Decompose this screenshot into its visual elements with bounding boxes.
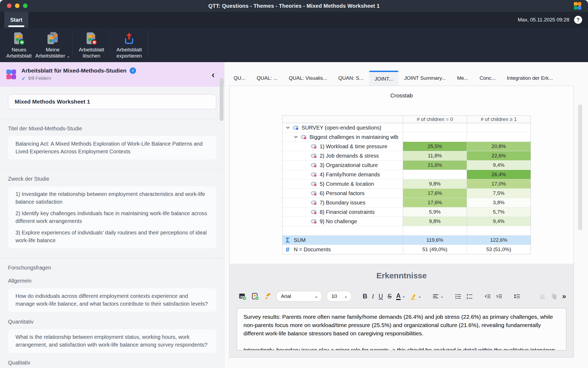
crosstab-cell[interactable]	[467, 123, 531, 132]
crosstab-cell[interactable]	[467, 226, 531, 235]
crosstab-cell[interactable]: 9,8%	[403, 179, 467, 188]
document-tab-integration-der-erk[interactable]: Integration der Erk...	[501, 71, 558, 86]
insights-paragraph: Interestingly, boundary issues play a mi…	[243, 346, 560, 350]
font-size-select[interactable]: 10⌄	[327, 291, 352, 302]
chevron-down-icon[interactable]	[286, 126, 293, 130]
document-tab-conc[interactable]: Conc...	[474, 71, 501, 86]
crosstab-cell[interactable]: 5,9%	[403, 207, 467, 217]
document-tab-qual-visualis[interactable]: QUAL: Visualis...	[283, 71, 332, 86]
crosstab-cell[interactable]: 22,6%	[467, 151, 531, 160]
crosstab-cell[interactable]: 11,8%	[403, 151, 467, 160]
sidebar-field-card[interactable]: 1) Investigate the relationship between …	[8, 186, 216, 248]
crosstab-cell[interactable]: 51 (49,0%)	[403, 245, 467, 254]
crosstab-cell[interactable]	[403, 170, 467, 179]
chevron-down-icon[interactable]	[294, 135, 301, 139]
crosstab-column-header[interactable]: # of children = 0	[403, 116, 467, 123]
insert-image-button[interactable]	[251, 292, 259, 300]
content-scrollbar[interactable]	[578, 104, 582, 230]
bullet-list-button[interactable]	[455, 293, 462, 300]
crosstab-row-label[interactable]: 9) No challenge	[283, 217, 403, 226]
document-tab-joint[interactable]: JOINT...	[369, 71, 399, 86]
ribbon-button-arbeitsblatt-l-schen[interactable]: Arbeitsblatt löschen	[75, 28, 108, 59]
crosstab-row-title: Biggest challenges in maintaining wlb	[310, 134, 398, 140]
line-spacing-button[interactable]	[513, 293, 520, 300]
crosstab-row-label[interactable]: 8) Financial constraints	[283, 207, 403, 217]
crosstab-cell[interactable]: 53 (51,0%)	[467, 245, 531, 254]
ribbon-button-neues-arbeitsblatt[interactable]: Neues Arbeitsblatt	[3, 28, 35, 59]
crosstab-row-label[interactable]: ΣSUM	[283, 236, 403, 245]
sidebar-field-card[interactable]: How do individuals across different empl…	[8, 288, 216, 312]
worksheet-name-input[interactable]	[8, 94, 216, 109]
crosstab-cell[interactable]: 20,8%	[467, 142, 531, 151]
crosstab-row-label[interactable]: SURVEY (open-ended questions)	[283, 123, 403, 132]
crosstab-cell[interactable]	[467, 132, 531, 142]
collapse-sidebar-button[interactable]: ‹	[212, 70, 215, 79]
check-icon: ✓	[21, 75, 26, 82]
numbered-list-button[interactable]: 12	[466, 293, 473, 300]
crosstab-row-label[interactable]: 7) Boundary issues	[283, 198, 403, 207]
italic-button[interactable]: I	[372, 293, 374, 300]
document-tab-quan-s[interactable]: QUAN: S...	[333, 71, 369, 86]
crosstab-cell[interactable]: 9,4%	[467, 161, 531, 170]
crosstab-row: 2) Job demands & stress11,8%22,6%	[283, 151, 531, 161]
document-tab-joint-summary[interactable]: JOINT Summary...	[399, 71, 451, 86]
indent-button[interactable]	[496, 293, 502, 300]
crosstab-row-label[interactable]: 6) Personal factors	[283, 189, 403, 198]
outdent-button[interactable]	[484, 293, 491, 300]
crosstab-column-header[interactable]: # of children ≥ 1	[467, 116, 531, 123]
crosstab-cell[interactable]: 17,6%	[403, 189, 467, 198]
strikethrough-button[interactable]: S	[388, 293, 392, 300]
font-color-button[interactable]: A⌄	[396, 293, 405, 300]
crosstab-cell[interactable]: 25,5%	[403, 142, 467, 151]
underline-button[interactable]: U	[378, 293, 383, 300]
document-tab-qu[interactable]: QU...	[228, 71, 251, 86]
crosstab-row-label[interactable]: #N = Documents	[283, 245, 403, 254]
crosstab-cell[interactable]: 122,6%	[467, 236, 531, 245]
ribbon-button-arbeitsblatt-exportieren[interactable]: Arbeitsblatt exportieren	[113, 28, 145, 59]
ribbon-button-meine-arbeitsbl-tter[interactable]: Meine Arbeitsblätter⌄	[35, 28, 70, 59]
insert-table-button[interactable]	[238, 292, 246, 300]
help-button[interactable]: ?	[574, 16, 582, 24]
crosstab-cell[interactable]	[403, 132, 467, 142]
menu-tab-start[interactable]: Start	[4, 12, 28, 28]
strikethrough-button-glyph: S	[388, 293, 392, 300]
crosstab-cell[interactable]	[403, 123, 467, 132]
crosstab-cell[interactable]: 9,8%	[403, 217, 467, 226]
crosstab-cell[interactable]: 7,5%	[467, 189, 531, 198]
more-button[interactable]: »	[562, 292, 566, 301]
crosstab-cell[interactable]: 9,4%	[467, 217, 531, 226]
info-icon[interactable]: i	[130, 67, 136, 74]
sidebar-field-card[interactable]: What is the relationship between employm…	[8, 329, 216, 353]
crosstab-cell[interactable]: 119,6%	[403, 236, 467, 245]
crosstab-cell[interactable]	[403, 226, 467, 235]
sidebar-field-card[interactable]: Balancing Act: A Mixed Methods Explorati…	[8, 136, 216, 160]
insights-editor[interactable]: Survey results: Parents more often name …	[237, 308, 566, 350]
crosstab-cell[interactable]: 21,6%	[403, 161, 467, 170]
bold-button[interactable]: B	[363, 293, 367, 300]
crosstab-cell[interactable]: 5,7%	[467, 207, 531, 217]
crosstab-cell[interactable]: 26,4%	[467, 170, 531, 179]
crosstab-row: #N = Documents51 (49,0%)53 (51,0%)	[283, 245, 531, 254]
close-window-button[interactable]	[7, 3, 11, 8]
crosstab-row-label[interactable]: 2) Job demands & stress	[283, 151, 403, 160]
font-family-select[interactable]: Arial⌄	[276, 291, 322, 302]
crosstab-row-label[interactable]: 4) Family/home demands	[283, 170, 403, 179]
sidebar-scrollbar[interactable]	[220, 78, 223, 121]
document-tab-me[interactable]: Me...	[451, 71, 474, 86]
titlebar: QTT: Questions - Themes - Theories - Mix…	[0, 0, 588, 12]
crosstab-row-label[interactable]: 1) Workload & time pressure	[283, 142, 403, 151]
crosstab-cell[interactable]: 17,0%	[467, 179, 531, 188]
align-button[interactable]: ⌄	[432, 293, 444, 300]
crosstab-row-title: 6) Personal factors	[320, 190, 365, 196]
document-tab-qual[interactable]: QUAL: ...	[251, 71, 283, 86]
minimize-window-button[interactable]	[15, 3, 20, 8]
crosstab-cell[interactable]: 3,8%	[467, 198, 531, 207]
crosstab-row-label[interactable]: Biggest challenges in maintaining wlb	[283, 132, 403, 142]
crosstab-cell-value: 53 (51,0%)	[486, 246, 511, 252]
crosstab-cell[interactable]: 17,6%	[403, 198, 467, 207]
zoom-window-button[interactable]	[23, 3, 28, 8]
crosstab-row-label[interactable]: 5) Commute & location	[283, 179, 403, 188]
crosstab-row-label[interactable]: 3) Organizational culture	[283, 161, 403, 170]
highlight-color-button[interactable]: ⌄	[410, 293, 421, 300]
format-painter-button[interactable]	[264, 292, 272, 300]
